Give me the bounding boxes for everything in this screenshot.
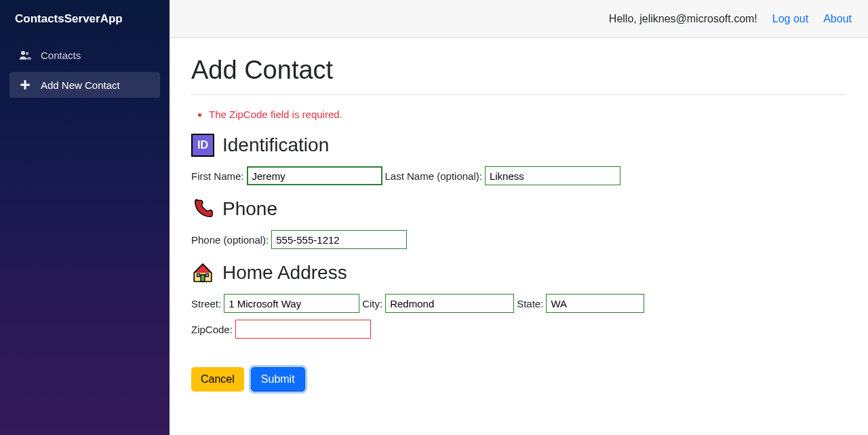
first-name-label: First Name: xyxy=(191,170,244,182)
sidebar-item-add-new-contact[interactable]: Add New Contact xyxy=(9,72,160,98)
greeting-text: Hello, jeliknes@microsoft.com! xyxy=(609,13,757,25)
state-label: State: xyxy=(517,298,543,309)
sidebar-item-label: Add New Contact xyxy=(41,79,120,91)
about-link[interactable]: About xyxy=(823,13,852,25)
state-field[interactable] xyxy=(546,294,644,313)
street-field[interactable] xyxy=(224,294,359,313)
sidebar: ContactsServerApp Contacts Add New Conta… xyxy=(0,0,170,435)
nav-list: Contacts Add New Contact xyxy=(0,42,170,98)
validation-errors: The ZipCode field is required. xyxy=(203,109,846,120)
last-name-label: Last Name (optional): xyxy=(385,170,482,182)
phone-label: Phone (optional): xyxy=(191,234,269,246)
city-field[interactable] xyxy=(385,294,514,313)
sidebar-item-contacts[interactable]: Contacts xyxy=(9,42,160,68)
svg-rect-3 xyxy=(20,84,30,86)
button-row: Cancel Submit xyxy=(191,367,846,392)
zipcode-label: ZipCode: xyxy=(191,324,233,335)
section-heading-address: Home Address xyxy=(191,261,846,284)
app-root: ContactsServerApp Contacts Add New Conta… xyxy=(0,0,868,435)
cancel-button[interactable]: Cancel xyxy=(191,367,244,392)
phone-icon xyxy=(191,197,214,221)
svg-rect-5 xyxy=(197,273,200,276)
page-content: Add Contact The ZipCode field is require… xyxy=(170,38,868,413)
svg-rect-6 xyxy=(205,273,208,276)
section-title: Home Address xyxy=(222,262,347,284)
validation-error-item: The ZipCode field is required. xyxy=(209,109,846,120)
identification-row: First Name: Last Name (optional): xyxy=(191,166,846,185)
svg-point-1 xyxy=(26,52,29,56)
plus-icon xyxy=(19,79,31,91)
zipcode-field[interactable] xyxy=(235,320,371,339)
id-badge-icon: ID xyxy=(191,134,214,157)
logout-link[interactable]: Log out xyxy=(772,13,808,25)
people-icon xyxy=(19,49,31,61)
address-row-1: Street: City: State: xyxy=(191,294,846,313)
section-title: Phone xyxy=(222,198,277,220)
brand-title: ContactsServerApp xyxy=(0,0,170,42)
phone-row: Phone (optional): xyxy=(191,230,846,249)
section-heading-identification: ID Identification xyxy=(191,134,846,157)
city-label: City: xyxy=(362,298,382,309)
section-title: Identification xyxy=(222,134,329,156)
section-heading-phone: Phone xyxy=(191,197,846,221)
topbar: Hello, jeliknes@microsoft.com! Log out A… xyxy=(170,0,868,38)
phone-field[interactable] xyxy=(271,230,407,249)
first-name-field[interactable] xyxy=(247,166,382,185)
page-title: Add Contact xyxy=(191,56,846,85)
last-name-field[interactable] xyxy=(485,166,620,185)
divider xyxy=(191,94,846,95)
house-icon xyxy=(191,261,214,284)
sidebar-item-label: Contacts xyxy=(41,50,81,61)
main-area: Hello, jeliknes@microsoft.com! Log out A… xyxy=(170,0,868,435)
address-row-2: ZipCode: xyxy=(191,320,846,339)
street-label: Street: xyxy=(191,298,221,309)
svg-rect-4 xyxy=(201,275,205,282)
submit-button[interactable]: Submit xyxy=(251,367,305,392)
svg-point-0 xyxy=(21,51,25,55)
